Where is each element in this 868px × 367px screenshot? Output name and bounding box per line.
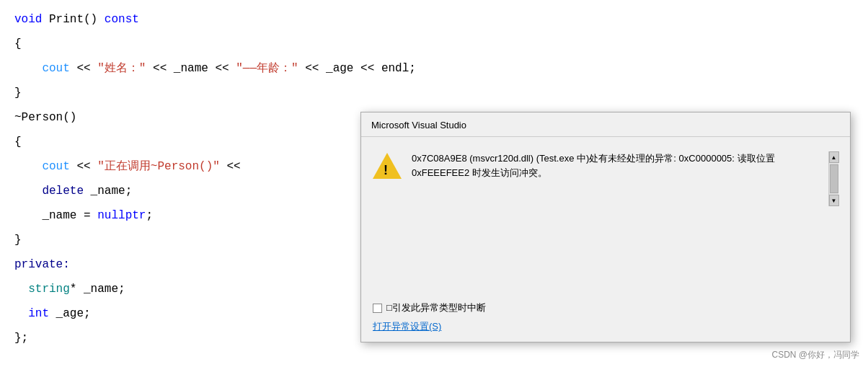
warning-icon (373, 153, 402, 182)
code-line-4: } (14, 81, 854, 105)
scroll-up-arrow[interactable]: ▲ (829, 151, 839, 163)
checkbox-label: □引发此异常类型时中断 (386, 301, 486, 314)
code-line-2: { (14, 32, 854, 56)
exception-checkbox[interactable] (373, 304, 382, 313)
checkbox-row: □引发此异常类型时中断 (373, 301, 838, 314)
dialog-titlebar: Microsoft Visual Studio (361, 112, 850, 137)
scrollbar[interactable]: ▲ ▼ (828, 151, 838, 206)
dialog-body: 0x7C08A9E8 (msvcr120d.dll) (Test.exe 中)处… (361, 137, 850, 296)
scroll-thumb[interactable] (830, 164, 838, 193)
exception-settings-link[interactable]: 打开异常设置(S) (373, 321, 441, 332)
watermark: CSDN @你好，冯同学 (771, 349, 859, 361)
code-line-3: cout << "姓名：" << _name << "——年龄：" << _ag… (14, 56, 854, 81)
dialog-message: 0x7C08A9E8 (msvcr120d.dll) (Test.exe 中)处… (412, 151, 828, 180)
code-line-1: void Print() const (14, 7, 854, 32)
dialog-footer: □引发此异常类型时中断 打开异常设置(S) (361, 296, 850, 342)
dialog-title: Microsoft Visual Studio (371, 120, 466, 131)
error-dialog: Microsoft Visual Studio 0x7C08A9E8 (msvc… (360, 112, 851, 342)
scroll-down-arrow[interactable]: ▼ (829, 195, 839, 206)
